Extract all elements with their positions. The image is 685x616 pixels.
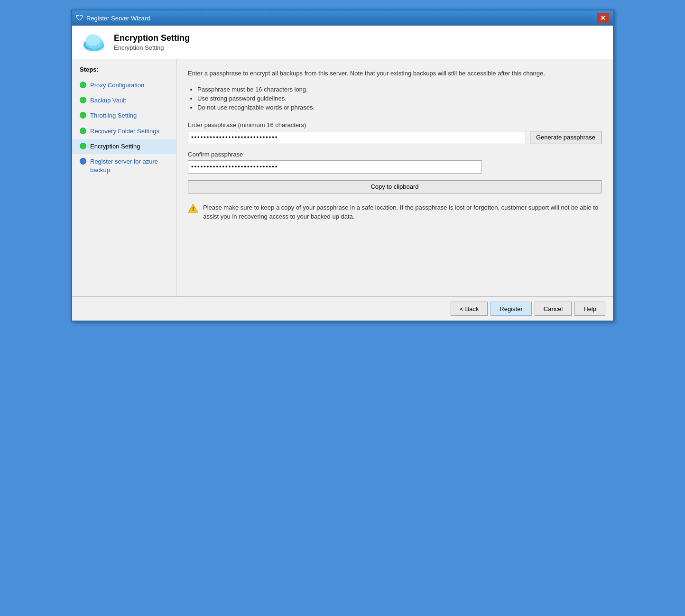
title-bar: 🛡 Register Server Wizard ✕ bbox=[72, 10, 613, 26]
warning-text: Please make sure to keep a copy of your … bbox=[203, 203, 602, 221]
sidebar-label-vault: Backup Vault bbox=[90, 96, 126, 105]
header-section: Encryption Setting Encryption Setting bbox=[72, 26, 613, 59]
app-icon: 🛡 bbox=[76, 14, 83, 22]
dot-throttling bbox=[80, 112, 86, 119]
sidebar-label-proxy: Proxy Configuration bbox=[90, 81, 144, 90]
help-button[interactable]: Help bbox=[574, 302, 605, 316]
dot-register bbox=[80, 158, 86, 165]
description-text: Enter a passphrase to encrypt all backup… bbox=[188, 69, 602, 78]
dot-proxy bbox=[80, 82, 86, 88]
passphrase-input[interactable] bbox=[188, 131, 526, 144]
passphrase-label: Enter passphrase (minimum 16 characters) bbox=[188, 121, 602, 129]
title-bar-left: 🛡 Register Server Wizard bbox=[76, 14, 150, 22]
svg-text:!: ! bbox=[192, 206, 194, 212]
header-title: Encryption Setting bbox=[114, 33, 190, 43]
cancel-button[interactable]: Cancel bbox=[535, 302, 572, 316]
sidebar-item-encryption[interactable]: Encryption Setting bbox=[72, 139, 176, 154]
wizard-window: 🛡 Register Server Wizard ✕ Encryption Se… bbox=[71, 9, 614, 322]
dot-vault bbox=[80, 97, 86, 103]
main-content: Steps: Proxy Configuration Backup Vault … bbox=[72, 59, 613, 296]
svg-point-6 bbox=[86, 34, 100, 46]
generate-passphrase-button[interactable]: Generate passphrase bbox=[530, 131, 602, 144]
sidebar-item-recovery[interactable]: Recovery Folder Settings bbox=[72, 124, 176, 139]
sidebar-label-throttling: Throttling Setting bbox=[90, 111, 137, 120]
sidebar-item-vault[interactable]: Backup Vault bbox=[72, 93, 176, 108]
passphrase-row: Generate passphrase bbox=[188, 131, 602, 144]
warning-box: ! Please make sure to keep a copy of you… bbox=[188, 203, 602, 221]
warning-icon: ! bbox=[188, 203, 198, 213]
bullet-list: Passphrase must be 16 characters long. U… bbox=[197, 86, 602, 113]
dot-encryption bbox=[80, 143, 86, 149]
back-button[interactable]: < Back bbox=[451, 302, 488, 316]
sidebar: Steps: Proxy Configuration Backup Vault … bbox=[72, 59, 176, 296]
copy-to-clipboard-button[interactable]: Copy to clipboard bbox=[188, 180, 602, 193]
sidebar-item-throttling[interactable]: Throttling Setting bbox=[72, 108, 176, 123]
footer: < Back Register Cancel Help bbox=[72, 296, 613, 321]
confirm-passphrase-input[interactable] bbox=[188, 160, 482, 174]
sidebar-label-register: Register server for azure backup bbox=[90, 157, 168, 175]
bullet-1: Passphrase must be 16 characters long. bbox=[197, 86, 602, 93]
bullet-2: Use strong password guidelines. bbox=[197, 95, 602, 102]
header-text: Encryption Setting Encryption Setting bbox=[114, 33, 190, 51]
content-area: Enter a passphrase to encrypt all backup… bbox=[176, 59, 613, 296]
dot-recovery bbox=[80, 128, 86, 134]
steps-label: Steps: bbox=[72, 66, 176, 78]
bullet-3: Do not use recognizable words or phrases… bbox=[197, 104, 602, 111]
sidebar-item-proxy[interactable]: Proxy Configuration bbox=[72, 78, 176, 93]
close-button[interactable]: ✕ bbox=[597, 13, 609, 23]
window-title: Register Server Wizard bbox=[86, 15, 150, 22]
register-button[interactable]: Register bbox=[491, 302, 531, 316]
cloud-icon bbox=[82, 32, 106, 52]
header-subtitle: Encryption Setting bbox=[114, 44, 190, 51]
sidebar-label-recovery: Recovery Folder Settings bbox=[90, 127, 159, 136]
confirm-label: Confirm passphrase bbox=[188, 151, 602, 158]
sidebar-label-encryption: Encryption Setting bbox=[90, 142, 140, 151]
sidebar-item-register[interactable]: Register server for azure backup bbox=[72, 154, 176, 178]
